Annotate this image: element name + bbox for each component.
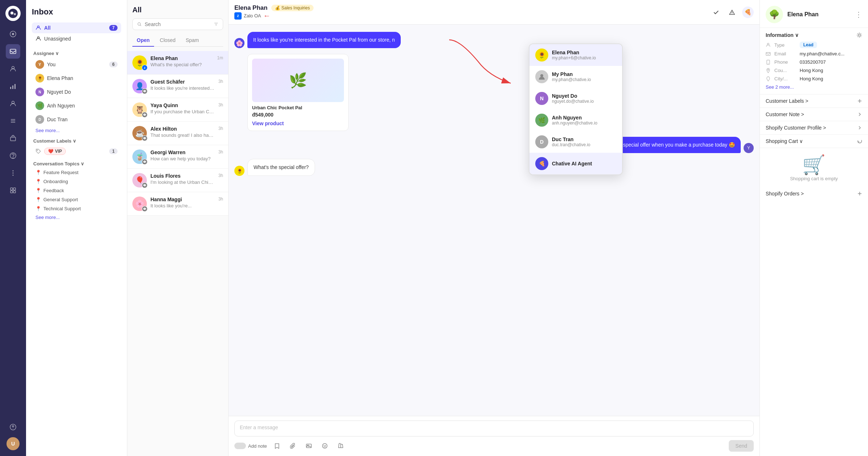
conv-preview-0: What's the special offer?: [150, 62, 213, 67]
nav-more[interactable]: [6, 166, 20, 180]
dropdown-item-4[interactable]: D Duc Tran duc.tran@chative.io: [529, 131, 622, 153]
rp-header: 🌳 Elena Phan ⋮: [760, 0, 868, 28]
nav-grid[interactable]: [6, 183, 20, 198]
conv-item-4[interactable]: 🧋 💬 Georgi Warren How can we help you to…: [127, 145, 228, 169]
check-icon-btn[interactable]: [710, 7, 722, 18]
rp-shopping-cart[interactable]: Shopping Cart ∨: [760, 135, 868, 148]
pizza-btn[interactable]: 🍕: [742, 7, 754, 18]
sales-badge: 💰 Sales Inquiries: [271, 5, 314, 11]
topic-onboarding[interactable]: 📍 Onboarding: [32, 177, 121, 186]
product-image: 🌿: [252, 59, 344, 102]
conv-item-2[interactable]: 🦉 💬 Yaya Quinn If you purchase the Urban…: [127, 98, 228, 122]
conv-preview-5: I'm looking at the Urban Chic Pocket P..…: [150, 180, 215, 185]
customer-labels-section[interactable]: Customer Labels ∨: [33, 138, 121, 144]
email-icon: [766, 51, 771, 56]
add-note-toggle[interactable]: Add note: [234, 443, 267, 449]
rp-see-more[interactable]: See 2 more...: [766, 84, 862, 90]
rp-customer-labels[interactable]: Customer Labels >: [760, 94, 868, 108]
sidebar-item-all[interactable]: All 7: [32, 22, 121, 33]
rp-more-btn[interactable]: ⋮: [855, 10, 862, 19]
tab-closed[interactable]: Closed: [156, 34, 180, 47]
nav-profile[interactable]: [6, 96, 20, 111]
sidebar-item-you[interactable]: Y You 6: [32, 58, 121, 71]
tab-spam[interactable]: Spam: [181, 34, 203, 47]
product-price: đ549,000: [252, 112, 344, 118]
nav-settings[interactable]: [6, 114, 20, 128]
message-input-box[interactable]: Enter a message: [234, 421, 754, 436]
app-logo[interactable]: [5, 6, 21, 21]
conv-time-6: 3h: [218, 197, 223, 202]
topic-technical-support[interactable]: 📍 Technical Support: [32, 204, 121, 213]
vip-badge: ❤️❤️ VIPVIP: [44, 148, 66, 155]
nav-help[interactable]: [6, 420, 20, 434]
dropdown-item-0[interactable]: 🌻 Elena Phan my.phan+6@chative.io: [529, 44, 622, 66]
contact-avatar: 🌳: [766, 6, 783, 23]
nav-inbox[interactable]: [6, 44, 20, 59]
svg-rect-9: [14, 84, 16, 89]
sidebar-item-unassigned[interactable]: Unassigned: [32, 33, 121, 44]
sidebar-item-nguyet[interactable]: N Nguyet Do: [32, 85, 121, 99]
sidebar-item-elena[interactable]: 🌻 Elena Phan: [32, 71, 121, 85]
rp-shopify-orders[interactable]: Shopify Orders >: [760, 187, 868, 200]
dropdown-email-2: nguyet.do@chative.io: [552, 99, 594, 104]
shopify-orders-label: Shopify Orders >: [766, 191, 804, 197]
rp-customer-note[interactable]: Customer Note >: [760, 108, 868, 121]
svg-point-2: [14, 13, 16, 15]
tab-open[interactable]: Open: [132, 34, 154, 47]
dropdown-item-1[interactable]: My Phan my.phan@chative.io: [529, 66, 622, 88]
sidebar-item-duc[interactable]: D Duc Tran: [32, 113, 121, 126]
customer-note-label: Customer Note >: [766, 111, 804, 117]
topic-general-support[interactable]: 📍 General Support: [32, 195, 121, 204]
assign-dropdown: 🌻 Elena Phan my.phan+6@chative.io My Pha…: [529, 43, 623, 175]
conv-item-5[interactable]: 🎈 💬 Louis Flores I'm looking at the Urba…: [127, 169, 228, 192]
topic-feature-request[interactable]: 📍 Feature Request: [32, 168, 121, 177]
conv-item-6[interactable]: 🌸 💬 Hanna Maggi It looks like you're... …: [127, 192, 228, 216]
attach-btn[interactable]: [287, 440, 299, 452]
topics-section-label[interactable]: Conversation Topics ∨: [33, 161, 121, 166]
search-input[interactable]: [145, 21, 211, 27]
nav-reports[interactable]: [6, 79, 20, 93]
assignee-section-label[interactable]: Assignee ∨: [33, 51, 121, 56]
conv-item-3[interactable]: ☕ 💬 Alex Hilton That sounds great! I als…: [127, 122, 228, 145]
dropdown-item-5[interactable]: 🍕 Chative AI Agent: [529, 153, 622, 174]
nav-support[interactable]: [6, 148, 20, 163]
gear-icon[interactable]: [856, 32, 862, 38]
nav-packages[interactable]: [6, 131, 20, 145]
dropdown-name-0: Elena Phan: [552, 50, 596, 55]
image-btn[interactable]: [303, 440, 315, 452]
assignee-see-more[interactable]: See more...: [32, 126, 121, 135]
anh-label: Anh Nguyen: [47, 103, 75, 109]
emoji-btn[interactable]: [319, 440, 331, 452]
shopify-btn[interactable]: [335, 440, 346, 452]
sidebar-item-vip[interactable]: ❤️❤️ VIPVIP 1: [32, 145, 121, 157]
rp-shopify-profile[interactable]: Shopify Customer Profile >: [760, 121, 868, 135]
dropdown-item-2[interactable]: N Nguyet Do nguyet.do@chative.io: [529, 88, 622, 109]
all-label: All: [44, 25, 51, 31]
msg-row-2: This item has a special offer when you m…: [234, 137, 754, 153]
topic-label-5: Technical Support: [43, 206, 81, 211]
nav-contacts[interactable]: [6, 62, 20, 76]
topic-feedback[interactable]: 📍 Feedback: [32, 186, 121, 195]
bookmark-btn[interactable]: [271, 440, 283, 452]
svg-point-32: [540, 74, 543, 77]
topic-pin-icon-4: 📍: [35, 197, 41, 202]
svg-point-15: [13, 173, 14, 174]
customer-labels-label: Customer Labels >: [766, 98, 808, 104]
rp-phone-value: 0335200707: [800, 59, 826, 65]
msg-bubble-3: What's the special offer?: [247, 159, 315, 176]
filter-icon[interactable]: [214, 21, 218, 27]
nav-home[interactable]: [6, 27, 20, 41]
dropdown-item-3[interactable]: 🌿 Anh Nguyen anh.nguyen@chative.io: [529, 109, 622, 131]
rp-info-title[interactable]: Information ∨: [766, 32, 799, 38]
channel-label: Zalo OA: [244, 13, 261, 18]
conv-item-1[interactable]: 👤 💬 Guest Schäfer It looks like you're i…: [127, 75, 228, 98]
view-product-btn[interactable]: View product: [252, 121, 344, 126]
conv-item-0[interactable]: 🌻 Z Elena Phan What's the special offer?…: [127, 51, 228, 75]
alert-icon-btn[interactable]: [726, 7, 738, 18]
sidebar-item-anh[interactable]: 🌿 Anh Nguyen: [32, 99, 121, 113]
topics-see-more[interactable]: See more...: [32, 213, 121, 221]
refresh-icon[interactable]: [857, 139, 862, 144]
toggle-switch[interactable]: [234, 443, 246, 449]
send-button[interactable]: Send: [729, 440, 754, 452]
user-avatar-nav[interactable]: U: [7, 437, 20, 450]
